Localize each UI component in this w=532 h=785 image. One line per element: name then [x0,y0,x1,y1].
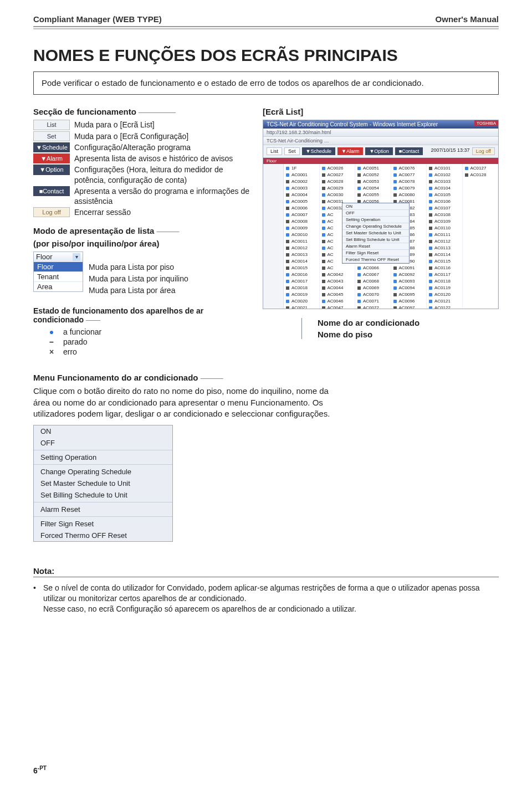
shot-cell[interactable]: AC0101 [429,165,460,172]
context-menu-item[interactable]: OFF [34,437,172,449]
shot-cell[interactable]: AC0069 [357,285,388,291]
shot-ctx-item[interactable]: Setting Operation [342,217,409,223]
shot-cell[interactable]: AC0014 [286,258,317,265]
shot-cell[interactable]: AC0067 [357,271,388,278]
shot-cell[interactable]: AC0079 [393,185,424,192]
shot-ctx-item[interactable]: Filter Sign Reset [342,250,409,256]
shot-cell[interactable]: AC0002 [286,178,317,185]
shot-cell[interactable]: AC0009 [286,225,317,232]
shot-cell[interactable]: AC0096 [393,298,424,305]
context-menu-item[interactable]: Setting Operation [34,451,172,463]
context-menu-item[interactable]: Set Master Schedule to Unit [34,478,172,489]
shot-cell[interactable]: AC0029 [322,185,353,192]
shot-cell[interactable]: AC0104 [429,185,460,192]
shot-cell[interactable]: AC0113 [429,245,460,252]
shot-cell[interactable]: AC0093 [393,278,424,285]
shot-cell[interactable]: AC0076 [393,165,424,172]
shot-cell[interactable]: AC0001 [286,172,317,178]
shot-cell[interactable]: AC0095 [393,291,424,298]
shot-cell[interactable]: AC0091 [393,265,424,271]
shot-cell[interactable]: AC0092 [393,271,424,278]
shot-cell[interactable]: AC0012 [286,245,317,252]
func-chip[interactable]: ▼Alarm [33,153,70,163]
shot-cell[interactable]: AC0068 [357,278,388,285]
shot-cell[interactable]: AC0115 [429,258,460,265]
shot-cell[interactable]: AC [322,265,353,271]
shot-cell[interactable]: AC0019 [286,291,317,298]
shot-cell[interactable]: AC0077 [393,172,424,178]
shot-cell[interactable]: AC0080 [393,192,424,198]
dropdown-option-floor[interactable]: Floor [34,261,83,271]
shot-cell[interactable]: AC0053 [357,178,388,185]
shot-cell[interactable]: AC0007 [286,212,317,218]
shot-cell[interactable]: AC0043 [322,278,353,285]
shot-cell[interactable]: AC0016 [286,271,317,278]
shot-cell[interactable]: AC0042 [322,271,353,278]
shot-cell[interactable]: 1F [286,165,317,172]
context-menu-item[interactable]: Filter Sign Reset [34,518,172,530]
shot-cell[interactable]: AC0018 [286,285,317,291]
shot-cell[interactable]: AC0021 [286,305,317,309]
shot-cell[interactable]: AC0122 [429,305,460,309]
shot-btn-alarm[interactable]: ▼Alarm [337,147,363,155]
shot-btn-option[interactable]: ▼Option [365,147,392,155]
shot-cell[interactable]: AC0078 [393,178,424,185]
shot-cell[interactable]: AC0112 [429,238,460,245]
shot-ctx-item[interactable]: Set Master Schedule to Unit [342,230,409,237]
shot-cell[interactable]: AC0013 [286,252,317,258]
func-chip[interactable]: List [33,120,70,130]
shot-cell[interactable]: AC0106 [429,198,460,205]
func-chip[interactable]: Log off [33,207,70,217]
shot-cell[interactable]: AC0027 [322,172,353,178]
shot-cell[interactable]: AC0116 [429,265,460,271]
context-menu-item[interactable]: Set Billing Schedule to Unit [34,489,172,501]
context-menu[interactable]: ONOFFSetting OperationChange Operating S… [33,425,173,542]
shot-ctx-item[interactable]: OFF [342,210,409,217]
context-menu-item[interactable]: ON [34,425,172,437]
shot-cell[interactable]: AC0051 [357,165,388,172]
shot-btn-contact[interactable]: ■Contact [395,147,423,155]
shot-cell[interactable]: AC0072 [357,305,388,309]
shot-cell[interactable]: AC0103 [429,178,460,185]
shot-cell[interactable]: AC0094 [393,285,424,291]
shot-cell[interactable]: AC0052 [357,172,388,178]
shot-cell[interactable]: AC0118 [429,278,460,285]
context-menu-item[interactable]: Forced Thermo OFF Reset [34,530,172,541]
shot-cell[interactable]: AC0020 [286,298,317,305]
shot-context-menu[interactable]: ONOFFSetting OperationChange Operating S… [342,203,410,264]
shot-cell[interactable]: AC0046 [322,298,353,305]
shot-cell[interactable]: AC0111 [429,232,460,238]
shot-cell[interactable]: AC0003 [286,185,317,192]
shot-cell[interactable]: AC0015 [286,265,317,271]
shot-cell[interactable]: AC0008 [286,218,317,225]
context-menu-item[interactable]: Change Operating Schedule [34,466,172,478]
shot-cell[interactable]: AC0055 [357,192,388,198]
shot-btn-set[interactable]: Set [284,147,300,155]
shot-cell[interactable]: AC0004 [286,192,317,198]
shot-ctx-item[interactable]: Forced Thermo OFF Reset [342,256,409,263]
dropdown-option-tenant[interactable]: Tenant [34,271,83,281]
shot-btn-schedule[interactable]: ▼Schedule [302,147,335,155]
shot-cell[interactable]: AC0097 [393,305,424,309]
func-chip[interactable]: ▼Schedule [33,142,70,152]
shot-cell[interactable]: AC0105 [429,192,460,198]
shot-ctx-item[interactable]: Change Operating Schedule [342,223,409,230]
shot-cell[interactable]: AC0108 [429,212,460,218]
shot-cell[interactable]: AC0011 [286,238,317,245]
shot-btn-logoff[interactable]: Log off [472,147,495,155]
shot-cell[interactable]: AC0102 [429,172,460,178]
func-chip[interactable]: ▼Option [33,165,70,175]
shot-cell[interactable]: AC0110 [429,225,460,232]
shot-cell[interactable]: AC0127 [465,165,496,172]
shot-cell[interactable]: AC0017 [286,278,317,285]
func-chip[interactable]: Set [33,131,70,141]
shot-cell[interactable]: AC0066 [357,265,388,271]
shot-cell[interactable]: AC0109 [429,218,460,225]
context-menu-item[interactable]: Alarm Reset [34,504,172,515]
dropdown-option-area[interactable]: Area [34,281,83,291]
shot-cell[interactable]: AC0117 [429,271,460,278]
shot-cell[interactable]: AC0047 [322,305,353,309]
shot-cell[interactable]: AC0006 [286,205,317,212]
shot-cell[interactable]: AC0070 [357,291,388,298]
shot-cell[interactable]: AC0054 [357,185,388,192]
